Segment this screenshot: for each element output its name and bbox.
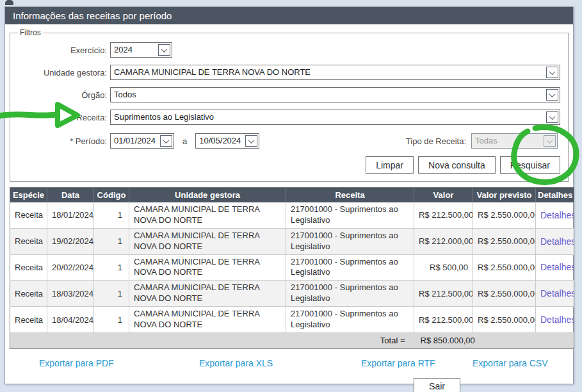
cell-valor-previsto: R$ 2.550.000,00 <box>473 202 536 228</box>
main-window: Informações das receitas por período Fil… <box>4 6 574 384</box>
orgao-value: Todos <box>111 88 545 102</box>
orgao-row: Órgão: Todos <box>15 87 564 102</box>
cell-receita: 217001000 - Suprimentos ao Legislativo <box>286 307 414 333</box>
cell-codigo: 1 <box>94 307 129 333</box>
nova-consulta-button[interactable]: Nova consulta <box>418 156 496 174</box>
window-title-bar: Informações das receitas por período <box>5 7 573 24</box>
filters-fieldset: Filtros Exercício: 2024 Unidade gestora:… <box>10 28 569 182</box>
header-receita: Receita <box>286 188 414 203</box>
cell-valor-previsto: R$ 2.550.000,00 <box>473 307 536 333</box>
cell-receita: 217001000 - Suprimentos ao Legislativo <box>286 254 414 281</box>
cell-valor-previsto: R$ 2.550.000,00 <box>473 228 536 254</box>
export-csv-link[interactable]: Exportar para CSV <box>473 358 548 368</box>
unidade-gestora-row: Unidade gestora: CAMARA MUNICIPAL DE TER… <box>15 65 564 80</box>
export-links-row: Exportar para PDF Exportar para XLS Expo… <box>5 358 573 371</box>
export-pdf-link[interactable]: Exportar para PDF <box>39 358 114 368</box>
tipo-receita-select: Todas <box>471 133 558 149</box>
detalhes-link[interactable]: Detalhes <box>540 210 574 220</box>
header-detalhes: Detalhes <box>536 188 574 203</box>
unidade-gestora-label: Unidade gestora: <box>15 68 107 78</box>
screen-edge-fragment <box>5 0 13 5</box>
orgao-label: Órgão: <box>15 90 107 100</box>
total-label: Total = <box>10 332 414 348</box>
receita-row: Receita: Suprimentos ao Legislativo <box>15 110 564 125</box>
table-row: Receita18/04/20241CAMARA MUNICIPAL DE TE… <box>10 307 574 333</box>
cell-especie: Receita <box>10 281 47 307</box>
cell-valor: R$ 212.500,00 <box>414 307 473 333</box>
orgao-select[interactable]: Todos <box>110 87 560 102</box>
limpar-button[interactable]: Limpar <box>366 156 414 174</box>
header-unidade-gestora: Unidade gestora <box>129 188 286 203</box>
receita-select[interactable]: Suprimentos ao Legislativo <box>110 110 560 125</box>
detalhes-link[interactable]: Detalhes <box>540 314 574 325</box>
export-rtf-link[interactable]: Exportar para RTF <box>361 358 435 368</box>
table-row: Receita20/02/20241CAMARA MUNICIPAL DE TE… <box>10 254 574 281</box>
chevron-down-icon[interactable] <box>158 44 170 56</box>
chevron-down-icon[interactable] <box>546 89 558 101</box>
cell-valor: R$ 500,00 <box>414 254 473 281</box>
periodo-to-select[interactable]: 10/05/2024 <box>195 133 259 149</box>
header-especie: Espécie <box>10 188 47 203</box>
cell-valor: R$ 212.000,00 <box>414 228 473 254</box>
cell-especie: Receita <box>10 202 47 228</box>
cell-detalhes: Detalhes <box>536 228 574 254</box>
chevron-down-icon[interactable] <box>160 135 172 147</box>
cell-valor: R$ 212.500,00 <box>414 202 473 228</box>
cell-codigo: 1 <box>94 228 129 254</box>
cell-data: 19/02/2024 <box>47 228 94 254</box>
table-header: Espécie Data Código Unidade gestora Rece… <box>10 188 574 203</box>
cell-unidade-gestora: CAMARA MUNICIPAL DE TERRA NOVA DO NORTE <box>129 254 286 281</box>
chevron-down-icon <box>544 135 556 147</box>
pesquisar-button[interactable]: Pesquisar <box>500 156 560 174</box>
exercicio-row: Exercício: 2024 <box>15 42 564 58</box>
table-row: Receita18/03/20241CAMARA MUNICIPAL DE TE… <box>10 281 574 307</box>
table-row: Receita18/01/20241CAMARA MUNICIPAL DE TE… <box>10 202 574 228</box>
filter-buttons-row: Limpar Nova consulta Pesquisar <box>15 156 560 174</box>
cell-unidade-gestora: CAMARA MUNICIPAL DE TERRA NOVA DO NORTE <box>129 202 286 228</box>
cell-detalhes: Detalhes <box>536 202 574 228</box>
periodo-from-select[interactable]: 01/01/2024 <box>110 133 174 149</box>
cell-data: 18/04/2024 <box>47 307 94 333</box>
periodo-label: * Período: <box>15 136 107 146</box>
cell-detalhes: Detalhes <box>536 307 574 333</box>
cell-especie: Receita <box>10 228 47 254</box>
periodo-row: * Período: 01/01/2024 a 10/05/2024 Tipo … <box>15 133 564 149</box>
detalhes-link[interactable]: Detalhes <box>540 236 574 247</box>
total-row: Total = R$ 850.000,00 <box>10 332 574 348</box>
cell-detalhes: Detalhes <box>536 254 574 281</box>
chevron-down-icon[interactable] <box>245 135 257 147</box>
total-value: R$ 850.000,00 <box>414 332 574 348</box>
tipo-receita-value: Todas <box>472 134 542 148</box>
cell-data: 18/01/2024 <box>47 202 94 228</box>
exercicio-label: Exercício: <box>15 45 107 55</box>
header-valor: Valor <box>414 188 473 203</box>
header-codigo: Código <box>94 188 129 203</box>
table-body: Receita18/01/20241CAMARA MUNICIPAL DE TE… <box>10 202 574 332</box>
cell-especie: Receita <box>10 307 47 333</box>
table-row: Receita19/02/20241CAMARA MUNICIPAL DE TE… <box>10 228 574 254</box>
cell-valor-previsto: R$ 2.550.000,00 <box>473 254 536 281</box>
cell-receita: 217001000 - Suprimentos ao Legislativo <box>286 228 414 254</box>
header-valor-previsto: Valor previsto <box>473 188 536 203</box>
cell-codigo: 1 <box>94 254 129 281</box>
cell-especie: Receita <box>10 254 47 281</box>
cell-receita: 217001000 - Suprimentos ao Legislativo <box>286 202 414 228</box>
chevron-down-icon[interactable] <box>546 67 558 78</box>
cell-unidade-gestora: CAMARA MUNICIPAL DE TERRA NOVA DO NORTE <box>129 228 286 254</box>
export-xls-link[interactable]: Exportar para XLS <box>199 358 273 368</box>
tipo-receita-label: Tipo de Receita: <box>406 136 466 146</box>
cell-data: 18/03/2024 <box>47 281 94 307</box>
detalhes-link[interactable]: Detalhes <box>540 288 574 298</box>
periodo-from-value: 01/01/2024 <box>111 134 159 148</box>
cell-valor: R$ 212.500,00 <box>414 281 473 307</box>
chevron-down-icon[interactable] <box>546 111 558 123</box>
tipo-receita-group: Tipo de Receita: Todas <box>406 133 564 149</box>
cell-valor-previsto: R$ 2.550.000,00 <box>473 281 536 307</box>
sair-button[interactable]: Sair <box>414 378 460 392</box>
cell-unidade-gestora: CAMARA MUNICIPAL DE TERRA NOVA DO NORTE <box>129 307 286 333</box>
detalhes-link[interactable]: Detalhes <box>540 262 574 272</box>
exercicio-select[interactable]: 2024 <box>110 42 172 58</box>
sair-row: Sair <box>5 378 573 392</box>
unidade-gestora-select[interactable]: CAMARA MUNICIPAL DE TERRA NOVA DO NORTE <box>110 65 560 80</box>
exercicio-value: 2024 <box>111 43 157 57</box>
